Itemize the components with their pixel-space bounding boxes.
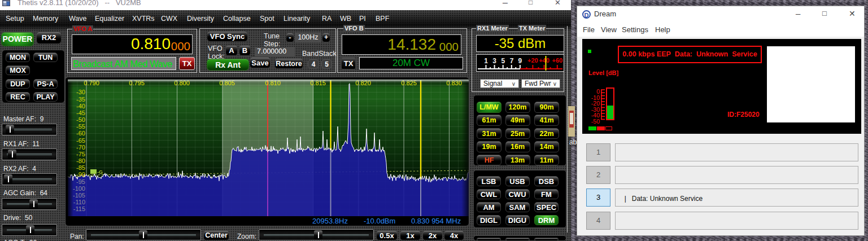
svg-text:+40: +40	[539, 57, 549, 64]
svg-text:-40: -40	[76, 103, 85, 109]
svg-text:-105: -105	[73, 192, 85, 199]
svg-text:-65: -65	[76, 137, 85, 144]
svg-text:-35: -35	[76, 96, 85, 103]
svg-text:-70: -70	[76, 144, 85, 151]
svg-text:-90: -90	[76, 171, 85, 178]
svg-text:-45: -45	[76, 109, 85, 116]
svg-text:-80: -80	[76, 157, 85, 164]
svg-text:7: 7	[510, 57, 514, 65]
svg-text:-95: -95	[76, 178, 85, 185]
svg-text:-115: -115	[73, 205, 85, 212]
svg-text:9: 9	[518, 57, 522, 65]
svg-text:-55: -55	[76, 123, 85, 130]
svg-text:-30: -30	[76, 89, 85, 95]
svg-text:+20: +20	[527, 57, 538, 64]
svg-text:-G: -G	[97, 169, 103, 175]
svg-text:-60: -60	[76, 130, 85, 137]
svg-text:5: 5	[501, 57, 505, 65]
svg-text:+60: +60	[552, 57, 562, 64]
svg-text:-50: -50	[76, 116, 85, 123]
svg-text:-75: -75	[76, 151, 85, 157]
svg-text:-110: -110	[73, 199, 85, 205]
svg-text:3: 3	[492, 57, 496, 65]
svg-text:-100: -100	[73, 185, 85, 192]
svg-text:1: 1	[484, 57, 488, 65]
svg-text:-85: -85	[76, 164, 85, 171]
